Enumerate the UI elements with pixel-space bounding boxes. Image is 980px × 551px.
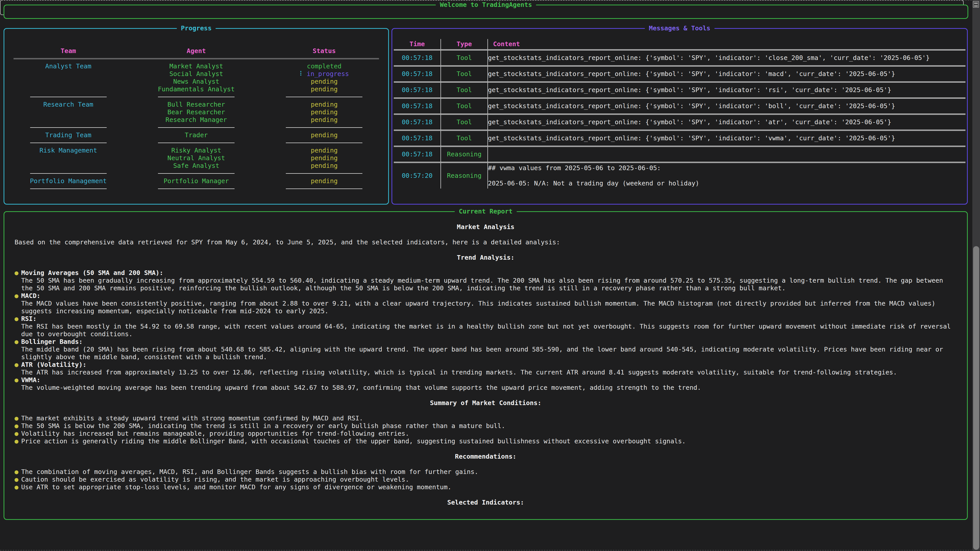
report-intro: Based on the comprehensive data retrieve…: [14, 238, 957, 246]
message-content: get_stockstats_indicators_report_online:…: [488, 82, 966, 98]
message-content: get_stockstats_indicators_report_online:…: [488, 66, 966, 82]
messages-panel-title: Messages & Tools: [645, 24, 714, 32]
report-bullet-item: ●Price action is generally riding the mi…: [14, 437, 957, 445]
agent-cell: Fundamentals Analyst: [132, 86, 260, 93]
messages-col-type: Type: [441, 39, 488, 50]
progress-group-separator: [4, 93, 388, 101]
bullet-dot-icon: ●: [14, 483, 21, 491]
message-content: [488, 146, 966, 162]
message-content-line: get_stockstats_indicators_report_online:…: [488, 135, 966, 142]
message-content: get_stockstats_indicators_report_online:…: [488, 130, 966, 146]
progress-row: Social Analyst⠇in_progress: [4, 70, 388, 78]
scrollbar-track[interactable]: [972, 0, 980, 551]
progress-col-agent: Agent: [132, 47, 260, 55]
report-bullet-list: ●Moving Averages (50 SMA and 200 SMA):Th…: [14, 269, 957, 392]
message-content-line: get_stockstats_indicators_report_online:…: [488, 118, 966, 126]
progress-row: Analyst TeamMarket Analystcompleted: [4, 62, 388, 70]
bullet-title: Bollinger Bands:: [21, 338, 957, 346]
message-content-line: get_stockstats_indicators_report_online:…: [488, 102, 966, 110]
bullet-dot-icon: ●: [14, 468, 21, 476]
message-type: Reasoning: [441, 162, 488, 189]
bullet-title: RSI:: [21, 315, 957, 323]
message-time: 00:57:18: [394, 50, 441, 66]
progress-group-separator: [4, 170, 388, 177]
bullet-body: The market exhibits a steady upward tren…: [21, 414, 957, 422]
welcome-title: Welcome to TradingAgents: [436, 1, 536, 9]
report-section: Selected Indicators:: [14, 499, 957, 507]
bullet-text: VWMA:The volume-weighted moving average …: [21, 376, 957, 392]
messages-col-content: Content: [488, 39, 966, 50]
report-bullet-item: ●Bollinger Bands:The middle band (20 SMA…: [14, 338, 957, 361]
team-separator-line: [30, 143, 107, 143]
team-cell: Trading Team: [4, 131, 132, 139]
status-badge: pending: [311, 101, 338, 108]
progress-row: News Analystpending: [4, 78, 388, 86]
bullet-body: The RSI has been mostly in the 54.92 to …: [21, 323, 957, 338]
progress-row: Fundamentals Analystpending: [4, 86, 388, 93]
report-section-heading: Summary of Market Conditions:: [14, 399, 957, 407]
team-cell: Risk Management: [4, 147, 132, 154]
report-panel-title: Current Report: [455, 208, 517, 215]
bullet-body: The ATR has increased from approximately…: [21, 368, 957, 376]
message-time: 00:57:18: [394, 98, 441, 114]
screen-bottom-edge: [0, 550, 972, 551]
message-content-line: get_stockstats_indicators_report_online:…: [488, 70, 966, 78]
agent-separator-line: [158, 127, 234, 128]
messages-col-time: Time: [394, 39, 441, 50]
bullet-text: MACD:The MACD values have been consisten…: [21, 292, 957, 315]
message-type: Tool: [441, 114, 488, 130]
bullet-text: Moving Averages (50 SMA and 200 SMA):The…: [21, 269, 957, 292]
welcome-panel: Welcome to TradingAgents: [3, 5, 968, 19]
status-badge: in_progress: [307, 70, 349, 78]
status-cell: pending: [260, 147, 388, 154]
message-content: ## vwma values from 2025-05-06 to 2025-0…: [488, 162, 966, 189]
agent-separator-line: [158, 143, 234, 143]
progress-row: Bear Researcherpending: [4, 108, 388, 116]
bullet-dot-icon: ●: [14, 376, 21, 384]
screen-top-edge: [0, 0, 972, 0]
report-bullet-list: ●The combination of moving averages, MAC…: [14, 468, 957, 491]
bullet-text: Volatility has increased but remains man…: [21, 430, 957, 437]
bullet-text: The market exhibits a steady upward tren…: [21, 414, 957, 422]
agent-separator-line: [158, 189, 234, 189]
progress-table-header: Team Agent Status: [4, 47, 388, 55]
message-type: Reasoning: [441, 146, 488, 162]
progress-row: Neutral Analystpending: [4, 154, 388, 162]
message-row: 00:57:18Toolget_stockstats_indicators_re…: [394, 50, 966, 66]
progress-row: Risk ManagementRisky Analystpending: [4, 147, 388, 154]
status-cell: pending: [260, 131, 388, 139]
bullet-dot-icon: ●: [14, 361, 21, 368]
agent-cell: Bear Researcher: [132, 108, 260, 116]
agent-separator-line: [158, 173, 234, 174]
bullet-title: Moving Averages (50 SMA and 200 SMA):: [21, 269, 957, 277]
bullet-title: VWMA:: [21, 376, 957, 384]
message-row: 00:57:18Reasoning: [394, 146, 966, 162]
bullet-body: The combination of moving averages, MACD…: [21, 468, 957, 476]
agent-cell: Bull Researcher: [132, 101, 260, 108]
status-badge: pending: [311, 86, 338, 93]
scrollbar-menu-button[interactable]: [973, 1, 979, 8]
progress-header-rule: [4, 55, 388, 62]
status-separator-line: [286, 127, 363, 128]
report-bullet-item: ●Caution should be exercised as volatili…: [14, 476, 957, 483]
message-row: 00:57:18Toolget_stockstats_indicators_re…: [394, 82, 966, 98]
message-content-line: ## vwma values from 2025-05-06 to 2025-0…: [488, 164, 966, 172]
progress-row: Safe Analystpending: [4, 162, 388, 170]
status-badge: pending: [311, 108, 338, 116]
bullet-body: The MACD values have been consistently p…: [21, 300, 957, 315]
message-time: 00:57:18: [394, 114, 441, 130]
agent-cell: Social Analyst: [132, 70, 260, 78]
message-time: 00:57:20: [394, 162, 441, 189]
progress-table-body: Analyst TeamMarket AnalystcompletedSocia…: [4, 62, 388, 192]
bullet-dot-icon: ●: [14, 292, 21, 300]
report-section-heading: Recommendations:: [14, 453, 957, 460]
bullet-dot-icon: ●: [14, 422, 21, 430]
message-row: 00:57:20Reasoning## vwma values from 202…: [394, 162, 966, 189]
status-badge: pending: [311, 154, 338, 162]
agent-cell: News Analyst: [132, 78, 260, 86]
report-bullet-list: ●The market exhibits a steady upward tre…: [14, 414, 957, 445]
progress-col-team: Team: [4, 47, 132, 55]
status-separator-line: [286, 173, 363, 174]
report-bullet-item: ●The 50 SMA is below the 200 SMA, indica…: [14, 422, 957, 430]
scrollbar-thumb[interactable]: [973, 246, 979, 550]
